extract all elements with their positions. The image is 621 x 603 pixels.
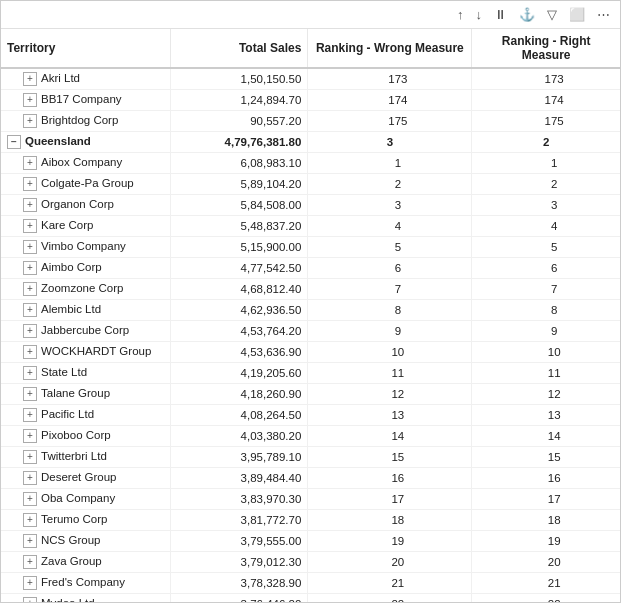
expand-collapse-icon[interactable]: + <box>23 177 37 191</box>
expand-collapse-icon[interactable]: + <box>23 240 37 254</box>
cell-rank-wrong: 2 <box>308 174 472 195</box>
expand-collapse-icon[interactable]: + <box>23 534 37 548</box>
expand-collapse-icon[interactable]: + <box>23 408 37 422</box>
data-table: Territory Total Sales Ranking - Wrong Me… <box>1 29 620 602</box>
cell-rank-wrong: 18 <box>308 510 472 531</box>
cell-rank-wrong: 22 <box>308 594 472 603</box>
expand-collapse-icon[interactable]: + <box>23 387 37 401</box>
cell-rank-wrong: 9 <box>308 321 472 342</box>
cell-sales: 3,79,012.30 <box>170 552 308 573</box>
col-header-sales[interactable]: Total Sales <box>170 29 308 68</box>
cell-sales: 4,79,76,381.80 <box>170 132 308 153</box>
cell-sales: 4,18,260.90 <box>170 384 308 405</box>
table-row: +Deseret Group3,89,484.401616 <box>1 468 620 489</box>
cell-territory: +Zava Group <box>1 552 170 573</box>
sort-asc-icon[interactable]: ↑ <box>455 5 466 24</box>
cell-sales: 4,19,205.60 <box>170 363 308 384</box>
cell-sales: 90,557.20 <box>170 111 308 132</box>
table-row: +Pixoboo Corp4,03,380.201414 <box>1 426 620 447</box>
cell-sales: 3,89,484.40 <box>170 468 308 489</box>
expand-collapse-icon[interactable]: + <box>23 345 37 359</box>
cell-territory: −Queensland <box>1 132 170 153</box>
cell-sales: 3,79,555.00 <box>170 531 308 552</box>
expand-collapse-icon[interactable]: + <box>23 576 37 590</box>
cell-territory: +Alembic Ltd <box>1 300 170 321</box>
cell-territory: +Fred's Company <box>1 573 170 594</box>
expand-collapse-icon[interactable]: + <box>23 156 37 170</box>
territory-name: Brightdog Corp <box>41 114 118 126</box>
cell-sales: 6,08,983.10 <box>170 153 308 174</box>
cell-rank-right: 173 <box>472 68 620 90</box>
cell-rank-right: 3 <box>472 195 620 216</box>
expand-collapse-icon[interactable]: + <box>23 282 37 296</box>
territory-name: Kare Corp <box>41 219 93 231</box>
expand-collapse-icon[interactable]: + <box>23 72 37 86</box>
expand-collapse-icon[interactable]: + <box>23 114 37 128</box>
cell-sales: 4,53,636.90 <box>170 342 308 363</box>
cell-territory: +Mydeo Ltd <box>1 594 170 603</box>
cell-sales: 1,24,894.70 <box>170 90 308 111</box>
cell-territory: +WOCKHARDT Group <box>1 342 170 363</box>
territory-name: Pixoboo Corp <box>41 429 111 441</box>
cell-rank-wrong: 7 <box>308 279 472 300</box>
sort-desc-icon[interactable]: ↓ <box>474 5 485 24</box>
cell-territory: +Zoomzone Corp <box>1 279 170 300</box>
table-row: +Brightdog Corp90,557.20175175 <box>1 111 620 132</box>
expand-collapse-icon[interactable]: + <box>23 198 37 212</box>
expand-collapse-icon[interactable]: + <box>23 555 37 569</box>
col-header-right[interactable]: Ranking - Right Measure <box>472 29 620 68</box>
cell-rank-right: 15 <box>472 447 620 468</box>
cell-rank-wrong: 5 <box>308 237 472 258</box>
territory-name: Deseret Group <box>41 471 116 483</box>
table-row: +Twitterbri Ltd3,95,789.101515 <box>1 447 620 468</box>
territory-name: Organon Corp <box>41 198 114 210</box>
cell-rank-wrong: 12 <box>308 384 472 405</box>
filter-icon[interactable]: ▽ <box>545 5 559 24</box>
col-header-wrong[interactable]: Ranking - Wrong Measure <box>308 29 472 68</box>
territory-name: Zoomzone Corp <box>41 282 123 294</box>
table-scroll-area[interactable]: Territory Total Sales Ranking - Wrong Me… <box>1 29 620 602</box>
territory-name: Akri Ltd <box>41 72 80 84</box>
territory-name: Queensland <box>25 135 91 147</box>
cell-rank-right: 10 <box>472 342 620 363</box>
cell-rank-right: 175 <box>472 111 620 132</box>
cell-rank-right: 11 <box>472 363 620 384</box>
expand-collapse-icon[interactable]: + <box>23 366 37 380</box>
table-row: −Queensland4,79,76,381.8032 <box>1 132 620 153</box>
table-row: +Zava Group3,79,012.302020 <box>1 552 620 573</box>
col-header-territory[interactable]: Territory <box>1 29 170 68</box>
cell-territory: +Colgate-Pa Group <box>1 174 170 195</box>
expand-collapse-icon[interactable]: + <box>23 324 37 338</box>
anchor-icon[interactable]: ⚓ <box>517 5 537 24</box>
territory-name: Twitterbri Ltd <box>41 450 107 462</box>
table-row: +Oba Company3,83,970.301717 <box>1 489 620 510</box>
expand-collapse-icon[interactable]: + <box>23 597 37 602</box>
territory-name: BB17 Company <box>41 93 122 105</box>
expand-collapse-icon[interactable]: + <box>23 219 37 233</box>
cell-rank-wrong: 11 <box>308 363 472 384</box>
table-row: +Akri Ltd1,50,150.50173173 <box>1 68 620 90</box>
expand-collapse-icon[interactable]: + <box>23 93 37 107</box>
expand-collapse-icon[interactable]: + <box>23 450 37 464</box>
cell-territory: +BB17 Company <box>1 90 170 111</box>
expand-collapse-icon[interactable]: + <box>23 492 37 506</box>
cell-rank-wrong: 6 <box>308 258 472 279</box>
expand-collapse-icon[interactable]: − <box>7 135 21 149</box>
territory-name: State Ltd <box>41 366 87 378</box>
expand-collapse-icon[interactable]: + <box>23 471 37 485</box>
territory-name: Mydeo Ltd <box>41 597 95 602</box>
expand-collapse-icon[interactable]: + <box>23 261 37 275</box>
expand-collapse-icon[interactable]: + <box>23 303 37 317</box>
expand-collapse-icon[interactable]: + <box>23 429 37 443</box>
expand-icon[interactable]: ⬜ <box>567 5 587 24</box>
table-row: +WOCKHARDT Group4,53,636.901010 <box>1 342 620 363</box>
cell-rank-right: 14 <box>472 426 620 447</box>
more-icon[interactable]: ⋯ <box>595 5 612 24</box>
pause-icon[interactable]: ⏸ <box>492 5 509 24</box>
expand-collapse-icon[interactable]: + <box>23 513 37 527</box>
cell-sales: 3,81,772.70 <box>170 510 308 531</box>
cell-rank-wrong: 16 <box>308 468 472 489</box>
territory-name: Aimbo Corp <box>41 261 102 273</box>
table-row: +Vimbo Company5,15,900.0055 <box>1 237 620 258</box>
cell-territory: +Kare Corp <box>1 216 170 237</box>
